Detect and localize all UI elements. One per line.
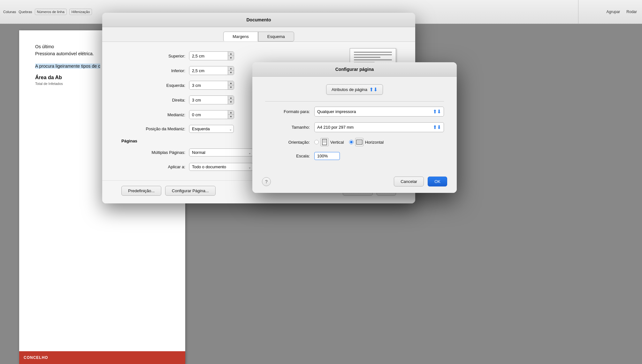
- direita-label: Direita:: [121, 98, 185, 102]
- configurar-dialog-title: Configurar página: [252, 62, 457, 77]
- inferior-down[interactable]: ▼: [228, 71, 234, 75]
- orientacao-row: Orientação: Vertical Horizontal: [265, 138, 444, 146]
- horizontal-label: Horizontal: [365, 140, 384, 145]
- horizontal-radio[interactable]: [349, 140, 354, 144]
- preview-line-1: [354, 52, 392, 53]
- medianiz-up[interactable]: ▲: [228, 110, 234, 115]
- formato-value: Qualquer impressora: [317, 109, 433, 114]
- help-button[interactable]: ?: [262, 177, 271, 186]
- superior-input[interactable]: [189, 52, 228, 60]
- vertical-radio[interactable]: [314, 140, 319, 144]
- agrupar-label: Agrupar: [607, 10, 620, 14]
- formato-dropdown[interactable]: Qualquer impressora ⬆⬇: [314, 107, 444, 117]
- documento-dialog-title: Documento: [102, 13, 415, 27]
- medianiz-down[interactable]: ▼: [228, 115, 234, 119]
- vertical-icon: [320, 138, 329, 146]
- multiplas-select-wrap: Normal: [189, 148, 253, 156]
- predefinicao-button[interactable]: Predefinição...: [121, 186, 161, 196]
- aplicar-select[interactable]: Todo o documento: [189, 163, 253, 171]
- right-toolbar: Agrupar Rodar: [578, 0, 642, 24]
- aplicar-select-wrap: Todo o documento: [189, 163, 253, 171]
- superior-label: Superior:: [121, 54, 185, 58]
- formato-row: Formato para: Qualquer impressora ⬆⬇: [265, 107, 444, 117]
- tab-esquema[interactable]: Esquema: [258, 32, 294, 42]
- inferior-stepper: ▲ ▼: [228, 66, 234, 75]
- medianiz-label: Medianiz:: [121, 112, 185, 117]
- inferior-label: Inferior:: [121, 68, 185, 73]
- tamanho-dropdown[interactable]: A4 210 por 297 mm ⬆⬇: [314, 122, 444, 132]
- tamanho-row: Tamanho: A4 210 por 297 mm ⬆⬇: [265, 122, 444, 132]
- medianiz-stepper: ▲ ▼: [228, 110, 234, 119]
- preview-line-4: [354, 59, 392, 60]
- hifenizacao-btn[interactable]: Hifenização: [69, 9, 92, 15]
- superior-up[interactable]: ▲: [228, 52, 234, 56]
- inferior-input-wrap: ▲ ▼: [189, 66, 234, 75]
- tamanho-dropdown-icon: ⬆⬇: [433, 124, 441, 130]
- rodar-label: Rodar: [626, 10, 637, 14]
- doc-red-bar: CONCELHO: [19, 351, 185, 364]
- horizontal-icon: [355, 138, 363, 146]
- esquerda-input-wrap: ▲ ▼: [189, 81, 234, 90]
- tamanho-label: Tamanho:: [265, 125, 310, 130]
- preview-line-2: [354, 54, 392, 55]
- multiplas-select[interactable]: Normal: [189, 148, 253, 156]
- escala-input[interactable]: [314, 152, 340, 160]
- posicao-medianiz-label: Posição da Medianiz:: [121, 126, 185, 131]
- medianiz-input[interactable]: [189, 111, 228, 118]
- esquerda-input[interactable]: [189, 82, 228, 89]
- escala-row: Escala:: [265, 152, 444, 160]
- configurar-dialog: Configurar página Atributos de página ⬆⬇…: [252, 62, 457, 193]
- escala-label: Escala:: [265, 154, 310, 158]
- colunas-label: Colunas: [3, 10, 16, 14]
- formato-label: Formato para:: [265, 109, 310, 114]
- footer-left: Predefinição... Configurar Página...: [121, 186, 216, 196]
- toolbar-group-left: Colunas Quebras Números de linha Hifeniz…: [3, 9, 92, 15]
- vertical-option[interactable]: Vertical: [314, 138, 344, 146]
- atributos-wrap: Atributos de página ⬆⬇: [265, 84, 444, 95]
- superior-stepper: ▲ ▼: [228, 52, 234, 60]
- medianiz-input-wrap: ▲ ▼: [189, 110, 234, 119]
- direita-input[interactable]: [189, 96, 228, 104]
- superior-input-wrap: ▲ ▼: [189, 51, 234, 60]
- configurar-body: Atributos de página ⬆⬇ Formato para: Qua…: [252, 77, 457, 172]
- configurar-pagina-button[interactable]: Configurar Página...: [165, 186, 216, 196]
- esquerda-label: Esquerda:: [121, 83, 185, 88]
- multiplas-label: Múltiplas Páginas:: [121, 150, 185, 155]
- atributos-arrow-icon: ⬆⬇: [369, 87, 378, 93]
- ok-button-cfg[interactable]: OK: [428, 177, 447, 186]
- tamanho-value: A4 210 por 297 mm: [317, 125, 433, 130]
- esquerda-stepper: ▲ ▼: [228, 81, 234, 89]
- posicao-medianiz-select[interactable]: Esquerda: [189, 125, 234, 133]
- orientacao-label: Orientação:: [265, 140, 310, 145]
- svg-rect-0: [322, 139, 327, 145]
- inferior-input[interactable]: [189, 67, 228, 74]
- vertical-label: Vertical: [330, 140, 344, 145]
- atributos-label: Atributos de página: [332, 87, 367, 92]
- tab-margens[interactable]: Margens: [223, 32, 258, 42]
- atributos-button[interactable]: Atributos de página ⬆⬇: [326, 84, 383, 95]
- divider: [265, 101, 444, 102]
- numerosdelinha-btn[interactable]: Números de linha: [35, 9, 67, 15]
- esquerda-down[interactable]: ▼: [228, 85, 234, 89]
- quebras-label: Quebras: [19, 10, 32, 14]
- configurar-footer: ? Cancelar OK: [252, 172, 457, 193]
- direita-up[interactable]: ▲: [228, 96, 234, 100]
- esquerda-up[interactable]: ▲: [228, 81, 234, 85]
- posicao-medianiz-select-wrap: Esquerda: [189, 125, 234, 133]
- cf-footer-right: Cancelar OK: [394, 177, 447, 186]
- formato-dropdown-icon: ⬆⬇: [433, 109, 441, 115]
- documento-tabs: Margens Esquema: [102, 27, 415, 42]
- inferior-up[interactable]: ▲: [228, 66, 234, 71]
- preview-line-3: [354, 57, 380, 58]
- direita-input-wrap: ▲ ▼: [189, 95, 234, 104]
- direita-down[interactable]: ▼: [228, 100, 234, 104]
- superior-down[interactable]: ▼: [228, 56, 234, 60]
- orientation-options: Vertical Horizontal: [314, 138, 384, 146]
- cancelar-button-cfg[interactable]: Cancelar: [394, 177, 424, 186]
- horizontal-option[interactable]: Horizontal: [349, 138, 384, 146]
- aplicar-label: Aplicar a:: [121, 164, 185, 169]
- direita-stepper: ▲ ▼: [228, 96, 234, 104]
